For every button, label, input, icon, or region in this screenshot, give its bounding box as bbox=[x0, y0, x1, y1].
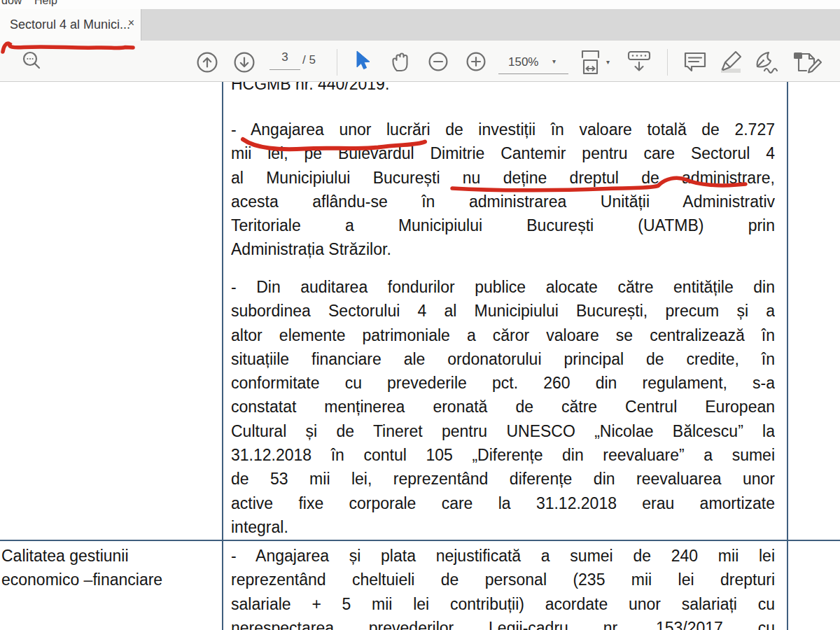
document-text-line: integral. bbox=[231, 515, 775, 539]
row-label-calitatea-gestiunii: Calitatea gestiuniieconomico –financiare bbox=[1, 544, 211, 592]
hand-tool-icon[interactable] bbox=[389, 50, 412, 74]
next-page-icon[interactable] bbox=[234, 52, 255, 73]
menu-bar: dow Help bbox=[0, 0, 840, 9]
paragraph-din-auditarea: - Din auditarea fondurilor publice aloca… bbox=[231, 275, 775, 539]
chevron-down-icon: ▾ bbox=[606, 58, 610, 66]
document-page: HCGMB nr. 440/2019. - Angajarea unor luc… bbox=[0, 82, 840, 630]
toolbar-separator bbox=[667, 49, 668, 76]
paragraph-hcgmb: HCGMB nr. 440/2019. bbox=[231, 82, 775, 96]
document-tab-title: Sectorul 4 al Munici... bbox=[10, 18, 130, 32]
page-total-label: / 5 bbox=[302, 53, 316, 67]
edit-pdf-icon[interactable] bbox=[792, 50, 823, 75]
document-text-line: economico –financiare bbox=[1, 568, 211, 592]
menu-window[interactable]: dow bbox=[1, 0, 22, 7]
table-right-border bbox=[787, 82, 788, 630]
select-tool-icon[interactable] bbox=[354, 50, 372, 71]
chevron-down-icon: ▾ bbox=[552, 57, 556, 65]
document-text-line: conformitate cu prevederile pct. 260 din… bbox=[231, 371, 775, 395]
document-text-line: constatat menținerea eronată de către Ce… bbox=[231, 395, 775, 419]
zoom-level-value: 150% bbox=[508, 55, 538, 69]
table-column-border bbox=[222, 82, 223, 630]
document-text-line: altor elemente patrimoniale a căror valo… bbox=[231, 323, 775, 347]
document-text-line: nerespectarea prevederilor Legii-cadru n… bbox=[231, 616, 775, 630]
document-text-line: acesta aflându-se în administrarea Unită… bbox=[231, 190, 775, 214]
document-text-line: - Din auditarea fondurilor publice aloca… bbox=[231, 275, 775, 299]
toolbar-separator bbox=[337, 49, 337, 76]
document-text-line: Teritoriale a Municipiului București (UA… bbox=[231, 214, 775, 237]
toolbar: 3 / 5 150% ▾ ▾ bbox=[0, 41, 840, 82]
collapse-toolbar-icon[interactable] bbox=[627, 50, 651, 73]
tab-bar: Sectorul 4 al Munici... × bbox=[0, 9, 840, 41]
document-text-line: de 53 mii lei, reprezentând diferențe di… bbox=[231, 467, 775, 491]
paragraph-angajarea-lucrari: - Angajarea unor lucrări de investiții î… bbox=[231, 118, 775, 262]
table-row-border bbox=[0, 540, 840, 541]
document-text-line: - Angajarea și plata nejustificată a sum… bbox=[231, 544, 775, 568]
fit-width-icon[interactable]: ▾ bbox=[580, 49, 613, 76]
menu-help[interactable]: Help bbox=[34, 0, 57, 7]
page-number-input[interactable]: 3 bbox=[270, 50, 300, 70]
previous-page-icon[interactable] bbox=[197, 52, 218, 73]
document-tab[interactable]: Sectorul 4 al Munici... × bbox=[0, 9, 141, 41]
zoom-level-dropdown[interactable]: 150% ▾ bbox=[498, 49, 568, 74]
find-icon[interactable] bbox=[21, 50, 43, 74]
document-text-line: Calitatea gestiunii bbox=[1, 544, 211, 568]
document-text-line: subordinea Sectorului 4 al Municipiului … bbox=[231, 299, 775, 323]
document-text-line: salariale + 5 mii lei contribuții) acord… bbox=[231, 592, 775, 616]
document-text-line: Administrația Străzilor. bbox=[231, 237, 775, 261]
highlight-icon[interactable] bbox=[718, 50, 746, 74]
document-text-line: - Angajarea unor lucrări de investiții î… bbox=[231, 118, 775, 141]
document-text-line: situațiile financiare ale ordonatorului … bbox=[231, 347, 775, 371]
zoom-out-icon[interactable] bbox=[428, 52, 448, 71]
document-text-line: active fixe corporale care la 31.12.2018… bbox=[231, 491, 775, 515]
document-text-line: HCGMB nr. 440/2019. bbox=[231, 82, 775, 96]
fill-sign-icon[interactable] bbox=[753, 51, 783, 74]
document-text-line: 31.12.2018 în contul 105 „Diferențe din … bbox=[231, 443, 775, 467]
document-text-line: reprezentând cheltuieli de personal (235… bbox=[231, 568, 775, 592]
zoom-in-icon[interactable] bbox=[466, 52, 486, 71]
tab-close-icon[interactable]: × bbox=[128, 18, 134, 29]
document-text-line: al Municipiului București nu deține drep… bbox=[231, 166, 775, 190]
document-text-line: Cultural și de Tineret pentru UNESCO „Ni… bbox=[231, 419, 775, 443]
document-text-line: mii lei, pe Bulevardul Dimitrie Cantemir… bbox=[231, 141, 775, 165]
paragraph-angajarea-plata: - Angajarea și plata nejustificată a sum… bbox=[231, 544, 775, 630]
comment-icon[interactable] bbox=[683, 51, 707, 74]
